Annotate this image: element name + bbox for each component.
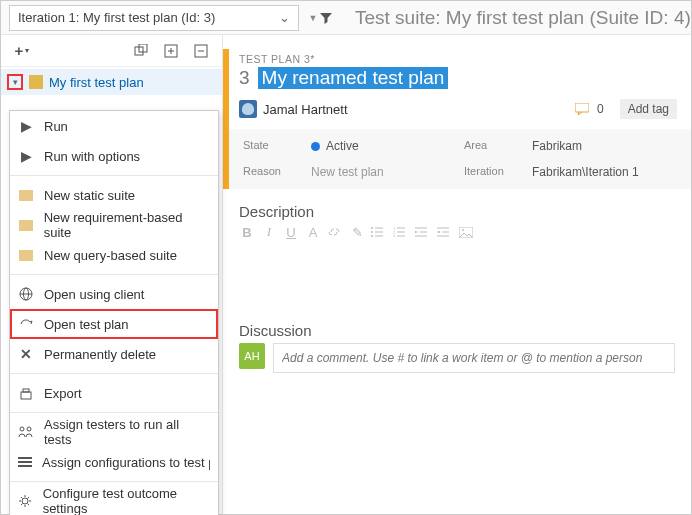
menu-permanently-delete[interactable]: ✕ Permanently delete (10, 339, 218, 369)
outdent-icon[interactable] (415, 227, 431, 237)
clear-format-icon[interactable]: ✎ (349, 225, 365, 240)
iteration-select-label: Iteration 1: My first test plan (Id: 3) (18, 10, 215, 25)
filter-icon[interactable] (319, 11, 345, 25)
menu-run[interactable]: ▶ Run (10, 111, 218, 141)
iteration-label: Iteration (464, 165, 524, 179)
bullet-list-icon[interactable] (371, 227, 387, 237)
comments-count: 0 (597, 102, 604, 116)
menu-assign-configurations[interactable]: Assign configurations to test plan (10, 447, 218, 477)
iteration-select[interactable]: Iteration 1: My first test plan (Id: 3) … (9, 5, 299, 31)
work-item-type-label: TEST PLAN 3* (239, 53, 677, 65)
context-menu: ▶ Run ▶ Run with options New static suit… (9, 110, 219, 515)
expander-icon[interactable]: ▾ (7, 74, 23, 90)
svg-point-10 (371, 231, 373, 233)
gear-icon (18, 494, 33, 508)
font-icon[interactable]: A (305, 225, 321, 240)
number-list-icon[interactable]: 123 (393, 227, 409, 237)
menu-configure-outcome[interactable]: Configure test outcome settings (10, 486, 218, 515)
config-icon (18, 456, 32, 468)
svg-point-38 (22, 498, 28, 504)
svg-rect-7 (575, 103, 589, 112)
svg-rect-32 (23, 389, 29, 392)
delete-icon: ✕ (18, 346, 34, 362)
add-button[interactable]: +▾ (7, 39, 37, 63)
svg-point-12 (371, 235, 373, 237)
state-dot-icon (311, 142, 320, 151)
svg-rect-31 (21, 392, 31, 399)
assignee-name[interactable]: Jamal Hartnett (263, 102, 348, 117)
folder-icon (18, 250, 34, 261)
svg-rect-35 (18, 457, 32, 459)
folder-icon (18, 220, 34, 231)
expand-icon[interactable] (156, 39, 186, 63)
open-icon (18, 318, 34, 330)
svg-text:3: 3 (393, 234, 396, 237)
menu-new-static-suite[interactable]: New static suite (10, 180, 218, 210)
rich-text-toolbar: B I U A ✎ 123 (223, 224, 691, 248)
reason-label: Reason (243, 165, 303, 179)
image-icon[interactable] (459, 227, 475, 238)
plus-icon: + (15, 42, 24, 59)
folder-icon (18, 190, 34, 201)
iteration-field[interactable]: Fabrikam\Iteration 1 (532, 165, 677, 179)
svg-point-8 (371, 227, 373, 229)
reason-field[interactable]: New test plan (311, 165, 456, 179)
play-icon: ▶ (18, 118, 34, 134)
work-item-title-input[interactable]: My renamed test plan (258, 67, 449, 89)
globe-icon (18, 287, 34, 301)
collapse-icon[interactable] (186, 39, 216, 63)
description-heading: Description (223, 189, 691, 224)
menu-open-test-plan[interactable]: Open test plan (10, 309, 218, 339)
state-label: State (243, 139, 303, 153)
menu-assign-testers[interactable]: Assign testers to run all tests (10, 417, 218, 447)
menu-export[interactable]: Export (10, 378, 218, 408)
work-item-id: 3 (239, 67, 250, 89)
avatar (239, 100, 257, 118)
add-tag-button[interactable]: Add tag (620, 99, 677, 119)
tree-row-label: My first test plan (49, 75, 144, 90)
clone-icon[interactable] (126, 39, 156, 63)
link-icon[interactable] (327, 227, 343, 237)
menu-open-using-client[interactable]: Open using client (10, 279, 218, 309)
svg-point-34 (27, 427, 31, 431)
tree-row-test-plan[interactable]: ▾ My first test plan (1, 69, 222, 95)
menu-run-with-options[interactable]: ▶ Run with options (10, 141, 218, 171)
caret-dropdown-icon[interactable]: ▼ (307, 13, 319, 23)
underline-icon[interactable]: U (283, 225, 299, 240)
export-icon (18, 387, 34, 400)
testers-icon (18, 426, 34, 438)
svg-point-27 (462, 229, 464, 231)
discussion-heading: Discussion (223, 308, 691, 343)
suite-icon (29, 75, 43, 89)
play-icon: ▶ (18, 148, 34, 164)
chevron-down-icon: ⌄ (279, 10, 290, 25)
chevron-down-icon: ▾ (25, 46, 29, 55)
comment-input[interactable] (273, 343, 675, 373)
bold-icon[interactable]: B (239, 225, 255, 240)
svg-point-33 (20, 427, 24, 431)
svg-rect-36 (18, 461, 32, 463)
svg-rect-37 (18, 465, 32, 467)
comments-icon[interactable] (575, 103, 589, 115)
suite-title: Test suite: My first test plan (Suite ID… (355, 7, 691, 29)
menu-new-query-suite[interactable]: New query-based suite (10, 240, 218, 270)
indent-icon[interactable] (437, 227, 453, 237)
area-field[interactable]: Fabrikam (532, 139, 677, 153)
italic-icon[interactable]: I (261, 224, 277, 240)
area-label: Area (464, 139, 524, 153)
menu-new-requirement-suite[interactable]: New requirement-based suite (10, 210, 218, 240)
current-user-avatar: AH (239, 343, 265, 369)
state-field[interactable]: Active (311, 139, 456, 153)
description-editor[interactable] (223, 248, 691, 308)
